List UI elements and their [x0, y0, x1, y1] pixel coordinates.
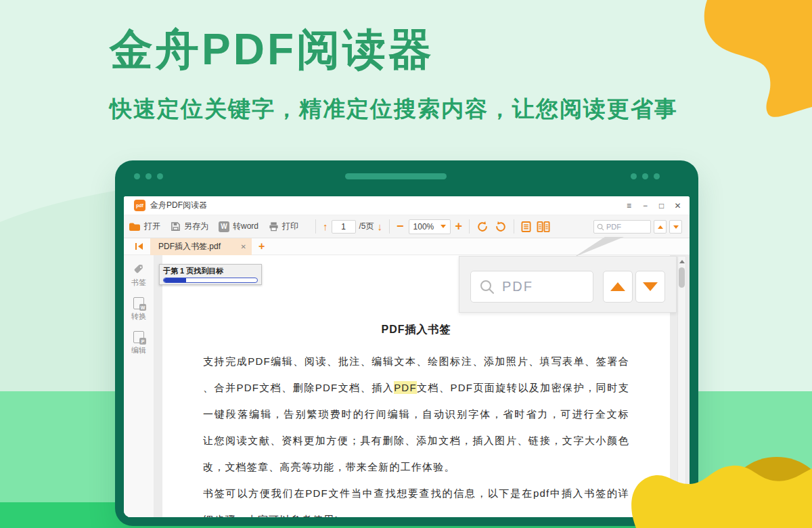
close-icon[interactable]: ✕ — [673, 201, 683, 211]
toolbar-search-box[interactable] — [593, 220, 651, 234]
search-highlight: PDF — [394, 381, 417, 394]
save-as-button[interactable]: 另存为 — [171, 221, 208, 232]
search-overlay-box[interactable] — [470, 271, 593, 303]
document-title: PDF插入书签 — [162, 323, 670, 337]
page-up-icon[interactable]: ↑ — [323, 221, 328, 232]
bookmark-icon — [133, 263, 145, 276]
search-overlay-input[interactable] — [502, 279, 583, 294]
find-progress-popup: 于第 1 页找到目标 — [159, 264, 262, 285]
toolbar-separator — [315, 219, 316, 234]
add-tab-icon[interactable]: + — [258, 240, 265, 252]
sidebar-item-convert[interactable]: W 转换 — [124, 297, 154, 322]
sidebar-toggle-icon[interactable] — [135, 242, 143, 250]
app-window: pdf 金舟PDF阅读器 ≡ − □ ✕ 打开 — [115, 160, 698, 526]
chrome-pill — [345, 173, 447, 179]
titlebar: pdf 金舟PDF阅读器 ≡ − □ ✕ — [124, 196, 690, 215]
document-line: 支持完成PDF编辑、阅读、批注、编辑文本、绘图标注、添加照片、填写表单、签署合同 — [203, 348, 629, 374]
word-icon: W — [219, 221, 229, 232]
toolbar-search-cluster — [593, 220, 682, 234]
chrome-dots-right — [631, 173, 660, 179]
app-logo-icon: pdf — [134, 200, 145, 211]
tab-document[interactable]: PDF插入书签.pdf ✕ — [150, 238, 252, 255]
sidebar-item-label: 转换 — [131, 311, 146, 322]
sidebar-item-edit[interactable]: P 编辑 — [124, 331, 154, 355]
scrollbar-thumb[interactable] — [679, 267, 685, 288]
document-line: 、合并PDF文档、删除PDF文档、插入PDF文档、PDF页面旋转以及加密保护，同… — [203, 374, 629, 401]
single-page-view-icon[interactable] — [521, 221, 531, 233]
sidebar-item-label: 编辑 — [131, 345, 146, 355]
to-word-button[interactable]: W 转word — [219, 221, 258, 232]
chevron-down-icon — [643, 282, 658, 291]
scrollbar-up-icon[interactable] — [679, 260, 685, 263]
toolbar: 打开 另存为 W 转word 打印 — [124, 215, 690, 238]
two-page-view-icon[interactable] — [537, 221, 550, 233]
scrollbar[interactable] — [677, 256, 686, 517]
top-right-decor — [690, 0, 812, 149]
zoom-out-icon[interactable]: − — [397, 219, 404, 234]
chevron-down-icon — [673, 225, 679, 229]
page-title: 金舟PDF阅读器 — [110, 20, 678, 79]
content-area: 书签 W 转换 P 编辑 PDF插入书签 支持完成PDF编辑、阅读、批注、编辑文… — [124, 255, 690, 517]
zoom-in-icon[interactable]: + — [455, 219, 463, 234]
search-prev-button[interactable] — [654, 220, 667, 234]
find-progress-bar — [163, 278, 258, 283]
page-subtitle: 快速定位关键字，精准定位搜索内容，让您阅读更省事 — [110, 94, 678, 125]
print-button[interactable]: 打印 — [269, 221, 298, 232]
open-button[interactable]: 打开 — [129, 221, 160, 232]
rotate-left-icon[interactable] — [476, 221, 489, 233]
to-word-label: 转word — [233, 221, 258, 232]
tab-title: PDF插入书签.pdf — [158, 241, 237, 252]
edit-icon: P — [133, 331, 144, 343]
print-icon — [269, 221, 279, 232]
zoom-level-select[interactable]: 100% — [409, 219, 451, 234]
close-tab-icon[interactable]: ✕ — [241, 243, 246, 250]
search-icon — [597, 223, 604, 231]
maximize-icon[interactable]: □ — [656, 201, 667, 211]
folder-open-icon — [129, 222, 141, 232]
window-chrome — [115, 160, 698, 196]
search-next-button[interactable] — [669, 220, 682, 234]
document-line: 细步骤，大家可以参考使用! — [203, 506, 629, 517]
chrome-dots-left — [134, 173, 163, 179]
document-line: 一键段落编辑，告别繁琐费时的行间编辑，自动识别字体，省时省力，可进行全文标注， — [203, 401, 629, 427]
rotate-right-icon[interactable] — [495, 221, 507, 233]
save-icon — [171, 221, 181, 232]
hero: 金舟PDF阅读器 快速定位关键字，精准定位搜索内容，让您阅读更省事 — [110, 20, 678, 125]
left-sidebar: 书签 W 转换 P 编辑 — [124, 255, 154, 517]
menu-icon[interactable]: ≡ — [624, 201, 634, 211]
sidebar-item-label: 书签 — [131, 278, 146, 288]
print-label: 打印 — [282, 221, 298, 232]
zoom-value: 100% — [413, 222, 434, 232]
window-body: pdf 金舟PDF阅读器 ≡ − □ ✕ 打开 — [124, 196, 690, 517]
search-next-button-large[interactable] — [635, 271, 665, 303]
document-line: 让您阅读文献、资料更加方便；具有删除、添加文档，插入图片、链接，文字大小颜色更 — [203, 427, 629, 454]
find-progress-fill — [164, 278, 186, 282]
open-label: 打开 — [144, 221, 160, 232]
find-status: 于第 1 页找到目标 — [163, 266, 258, 276]
chevron-down-icon — [441, 225, 446, 228]
document-line: 书签可以方便我们在PDF文件当中查找想要查找的信息，以下是在pdf中插入书签的详 — [203, 480, 629, 506]
page-down-icon[interactable]: ↓ — [378, 221, 383, 232]
toolbar-separator — [514, 219, 514, 234]
chevron-up-icon — [610, 282, 625, 291]
sidebar-item-bookmarks[interactable]: 书签 — [124, 263, 154, 288]
chevron-up-icon — [658, 225, 663, 229]
page: 金舟PDF阅读器 快速定位关键字，精准定位搜索内容，让您阅读更省事 pdf 金舟… — [0, 0, 812, 528]
window-controls: ≡ − □ ✕ — [624, 196, 683, 215]
search-overlay — [459, 256, 677, 313]
page-total-label: /5页 — [359, 221, 374, 232]
document-lines: 支持完成PDF编辑、阅读、批注、编辑文本、绘图标注、添加照片、填写表单、签署合同… — [203, 348, 629, 517]
convert-icon: W — [133, 297, 144, 309]
page-number-input[interactable] — [332, 220, 356, 234]
save-as-label: 另存为 — [184, 221, 208, 232]
document-line: 改，文档签章、高亮等功能，带来全新的工作体验。 — [203, 454, 629, 480]
minimize-icon[interactable]: − — [640, 201, 650, 211]
toolbar-separator — [469, 219, 470, 234]
search-prev-button-large[interactable] — [603, 271, 633, 303]
search-icon — [479, 279, 495, 295]
app-title: 金舟PDF阅读器 — [150, 200, 207, 211]
toolbar-separator — [389, 219, 390, 234]
toolbar-search-input[interactable] — [606, 223, 646, 231]
